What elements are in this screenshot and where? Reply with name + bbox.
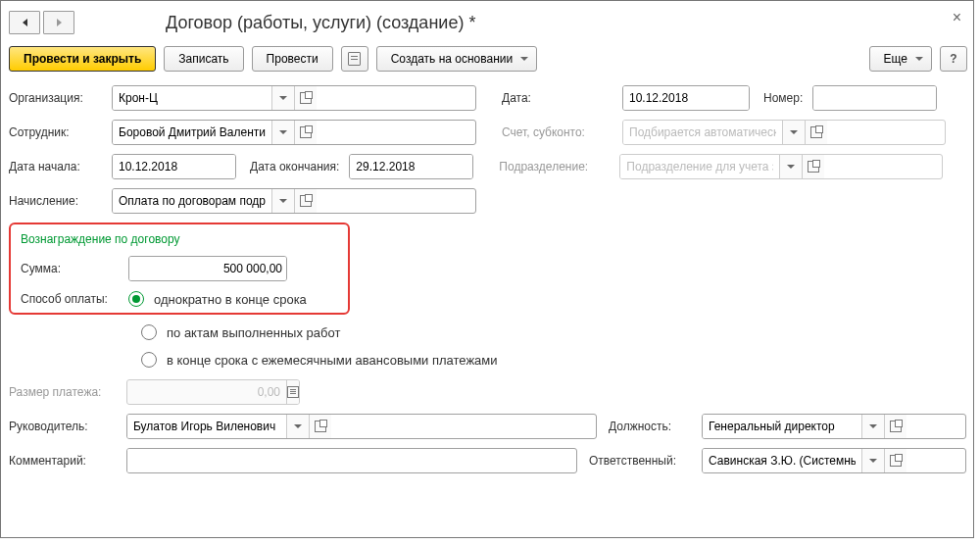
close-icon[interactable]: ×: [949, 7, 965, 28]
radio-monthly-advance[interactable]: [141, 352, 157, 368]
comment-label: Комментарий:: [9, 454, 126, 468]
open-icon: [315, 421, 326, 432]
calculator-icon: [287, 386, 299, 398]
chevron-down-icon: [279, 96, 287, 100]
employee-label: Сотрудник:: [9, 125, 112, 139]
payment-method-label: Способ оплаты:: [21, 292, 128, 306]
radio-once-end-label: однократно в конце срока: [154, 292, 307, 307]
dropdown-button[interactable]: [271, 86, 294, 110]
radio-by-acts-label: по актам выполненных работ: [167, 325, 340, 340]
chevron-down-icon: [279, 199, 287, 203]
department-label: Подразделение:: [499, 160, 619, 173]
dropdown-button[interactable]: [779, 155, 802, 178]
open-button[interactable]: [294, 189, 317, 213]
radio-once-end[interactable]: [128, 291, 144, 307]
stepper-button: [286, 380, 299, 404]
dropdown-button[interactable]: [782, 121, 805, 144]
help-button[interactable]: ?: [940, 46, 967, 72]
radio-monthly-advance-label: в конце срока с ежемесячными авансовыми …: [167, 353, 498, 368]
manager-label: Руководитель:: [9, 420, 126, 433]
chevron-down-icon: [279, 130, 287, 134]
accrual-label: Начисление:: [9, 194, 112, 208]
department-input[interactable]: [620, 155, 779, 178]
arrow-left-icon: [23, 19, 27, 26]
reward-section: Вознаграждение по договору Сумма: Способ…: [9, 223, 350, 315]
chevron-down-icon: [520, 57, 528, 61]
account-label: Счет, субконто:: [502, 125, 622, 139]
open-icon: [808, 161, 819, 173]
open-button[interactable]: [309, 415, 331, 438]
document-icon: [348, 52, 361, 66]
reward-title: Вознаграждение по договору: [21, 232, 338, 246]
nav-back-button[interactable]: [9, 11, 40, 34]
comment-input[interactable]: [127, 449, 286, 472]
radio-by-acts[interactable]: [141, 324, 157, 340]
payment-size-label: Размер платежа:: [9, 385, 126, 399]
post-button[interactable]: Провести: [252, 46, 333, 72]
nav-forward-button[interactable]: [43, 11, 74, 34]
dropdown-button[interactable]: [861, 415, 884, 438]
position-label: Должность:: [609, 420, 702, 433]
number-label: Номер:: [763, 91, 803, 105]
open-button[interactable]: [884, 415, 906, 438]
open-icon: [300, 92, 312, 104]
start-date-input[interactable]: [113, 155, 236, 178]
dropdown-button[interactable]: [861, 449, 884, 472]
dropdown-button[interactable]: [271, 189, 294, 213]
chevron-down-icon: [869, 424, 877, 428]
chevron-down-icon: [787, 165, 795, 169]
chevron-down-icon: [915, 57, 923, 61]
chevron-down-icon: [294, 424, 302, 428]
open-button[interactable]: [884, 449, 906, 472]
number-input[interactable]: [813, 86, 937, 110]
employee-input[interactable]: [113, 121, 271, 144]
save-button[interactable]: Записать: [164, 46, 243, 72]
chevron-down-icon: [869, 459, 877, 463]
open-icon: [890, 455, 902, 467]
open-button[interactable]: [805, 121, 827, 144]
organization-input[interactable]: [113, 86, 271, 110]
post-and-close-button[interactable]: Провести и закрыть: [9, 46, 156, 72]
open-button[interactable]: [294, 86, 317, 110]
open-icon: [300, 195, 312, 207]
manager-input[interactable]: [127, 415, 286, 438]
create-based-on-button[interactable]: Создать на основании: [376, 46, 538, 72]
dropdown-button[interactable]: [271, 121, 294, 144]
open-button[interactable]: [294, 121, 317, 144]
window-title: Договор (работы, услуги) (создание) *: [166, 13, 475, 33]
open-button[interactable]: [802, 155, 824, 178]
toolbar: Провести и закрыть Записать Провести Соз…: [9, 46, 967, 72]
dropdown-button[interactable]: [286, 415, 309, 438]
more-button[interactable]: Еще: [869, 46, 932, 72]
responsible-label: Ответственный:: [589, 454, 702, 468]
organization-label: Организация:: [9, 91, 112, 105]
responsible-input[interactable]: [703, 449, 861, 472]
end-date-label: Дата окончания:: [250, 160, 339, 173]
open-icon: [300, 126, 312, 138]
chevron-down-icon: [790, 130, 798, 134]
position-input[interactable]: [703, 415, 861, 438]
amount-label: Сумма:: [21, 262, 128, 275]
amount-input[interactable]: [129, 257, 287, 280]
end-date-input[interactable]: [350, 155, 473, 178]
payment-size-input: [127, 380, 286, 404]
open-icon: [890, 421, 902, 432]
account-input[interactable]: [623, 121, 782, 144]
start-date-label: Дата начала:: [9, 160, 112, 173]
arrow-right-icon: [57, 19, 62, 26]
date-input[interactable]: [623, 86, 750, 110]
report-button[interactable]: [341, 46, 368, 72]
date-label: Дата:: [502, 91, 622, 105]
accrual-input[interactable]: [113, 189, 271, 213]
open-icon: [810, 126, 822, 138]
